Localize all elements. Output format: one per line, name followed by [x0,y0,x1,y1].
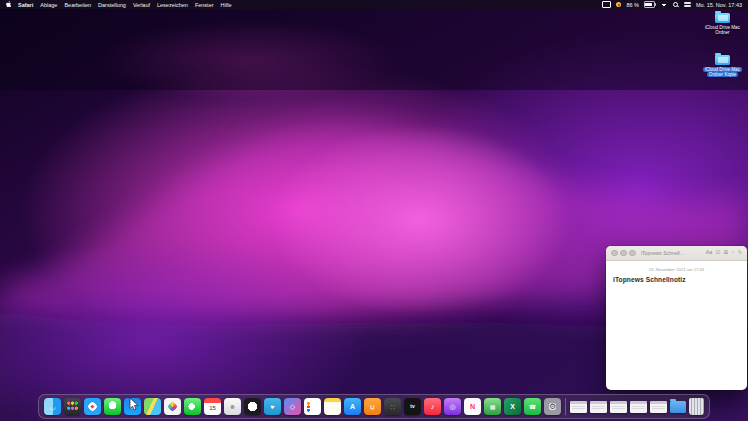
dock-system-preferences-icon[interactable]: ⚙ [544,398,561,415]
battery-percentage[interactable]: 86 % [626,2,639,8]
menu-verlauf[interactable]: Verlauf [133,2,150,8]
spotlight-icon[interactable] [673,2,679,8]
status-icons: 86 % [602,1,691,8]
dock-finder-icon[interactable]: ◡ [44,398,61,415]
wifi-icon[interactable] [660,2,668,8]
dock-photos-icon[interactable] [164,398,181,415]
minimize-button[interactable] [620,250,627,257]
menu-bearbeiten[interactable]: Bearbeiten [64,2,91,8]
dock-safari-icon[interactable]: ◆ [84,398,101,415]
dock-numbers-icon[interactable]: ▦ [484,398,501,415]
dock-tv-icon[interactable]: tv [404,398,421,415]
battery-icon[interactable] [644,1,655,8]
dock-excel-icon[interactable]: X [504,398,521,415]
menu-items: SafariAblageBearbeitenDarstellungVerlauf… [18,2,232,8]
desktop: SafariAblageBearbeitenDarstellungVerlauf… [0,0,748,421]
menu-fenster[interactable]: Fenster [195,2,214,8]
blue-folder-icon [715,55,730,65]
icloud-drive-mac-ordner-kopie[interactable]: iCloud Drive Mac Ordner Kopie [699,55,746,78]
compose-icon[interactable]: ✎ [738,250,742,255]
dock-windows [570,401,686,413]
downloads-folder[interactable] [670,401,686,413]
minimized-window-4[interactable] [630,401,647,413]
note-titlebar[interactable]: iTopnews Schnelln… Aa☑⊞↑✎ [606,246,747,261]
dock-app-store-icon[interactable]: A [344,398,361,415]
format-icon[interactable]: Aa [706,250,712,255]
menubar-clock[interactable]: Mo. 15. Nov. 17:43 [696,2,742,8]
dock-calculator-icon[interactable]: ∷ [384,398,401,415]
checklist-icon[interactable]: ☑ [716,250,721,255]
icloud-drive-mac-ordner[interactable]: iCloud Drive Mac Ordner [699,13,746,36]
mouse-cursor [129,398,139,411]
dock-books-icon[interactable]: ⊔ [364,398,381,415]
dock-shortcuts-icon[interactable]: ◇ [284,398,301,415]
blue-folder-icon [715,13,730,23]
dock-contacts-icon[interactable]: ☻ [224,398,241,415]
note-body: iTopnews Schnellnotiz [613,276,740,283]
close-button[interactable] [611,250,618,257]
note-toolbar: Aa☑⊞↑✎ [706,250,742,255]
minimized-window-1[interactable] [570,401,587,413]
menu-darstellung[interactable]: Darstellung [98,2,126,8]
dock-clock-icon[interactable] [244,398,261,415]
dock-telegram-icon[interactable]: ▶ [264,398,281,415]
menu-lesezeichen[interactable]: Lesezeichen [157,2,188,8]
menu-ablage[interactable]: Ablage [40,2,57,8]
desktop-icon-label: iCloud Drive Mac Ordner Kopie [699,67,746,78]
apple-menu[interactable] [6,1,12,8]
display-icon[interactable] [602,1,611,8]
dock-news-icon[interactable]: N [464,398,481,415]
menubar-status: 86 % Mo. 15. Nov. 17:43 [602,1,742,8]
dock-separator [565,398,566,415]
note-window-title: iTopnews Schnelln… [641,250,687,256]
dock-music-icon[interactable]: ♪ [424,398,441,415]
share-icon[interactable]: ↑ [732,250,735,255]
dock-maps-icon[interactable] [144,398,161,415]
dock-messages-icon[interactable] [104,398,121,415]
apple-logo-icon [6,1,12,8]
menu-safari[interactable]: Safari [18,2,33,8]
desktop-icon-label: iCloud Drive Mac Ordner [699,25,746,36]
minimized-window-2[interactable] [590,401,607,413]
control-center-icon[interactable] [684,2,691,8]
menu-hilfe[interactable]: Hilfe [221,2,232,8]
menubar: SafariAblageBearbeitenDarstellungVerlauf… [0,0,748,9]
screen-recording-stop-icon[interactable] [616,2,621,7]
minimized-window-3[interactable] [610,401,627,413]
minimized-window-5[interactable] [650,401,667,413]
dock-calendar-icon[interactable]: 15 [204,398,221,415]
dock-launchpad-icon[interactable] [64,398,81,415]
zoom-button[interactable] [629,250,636,257]
dock-apps: ◡◆✉15☻▶◇A⊔∷tv♪◎N▦X☎⚙ [44,398,561,415]
quick-note-window: iTopnews Schnelln… Aa☑⊞↑✎ 15. November 2… [606,246,747,390]
dock-whatsapp-icon[interactable]: ☎ [524,398,541,415]
dock-notes-icon[interactable] [324,398,341,415]
dock-podcasts-icon[interactable]: ◎ [444,398,461,415]
dock-facetime-icon[interactable] [184,398,201,415]
trash-icon[interactable] [689,398,704,415]
dock-reminders-icon[interactable] [304,398,321,415]
table-icon[interactable]: ⊞ [724,250,728,255]
note-date: 15. November 2021 um 17:43 [613,267,740,272]
note-content[interactable]: 15. November 2021 um 17:43 iTopnews Schn… [606,261,747,287]
